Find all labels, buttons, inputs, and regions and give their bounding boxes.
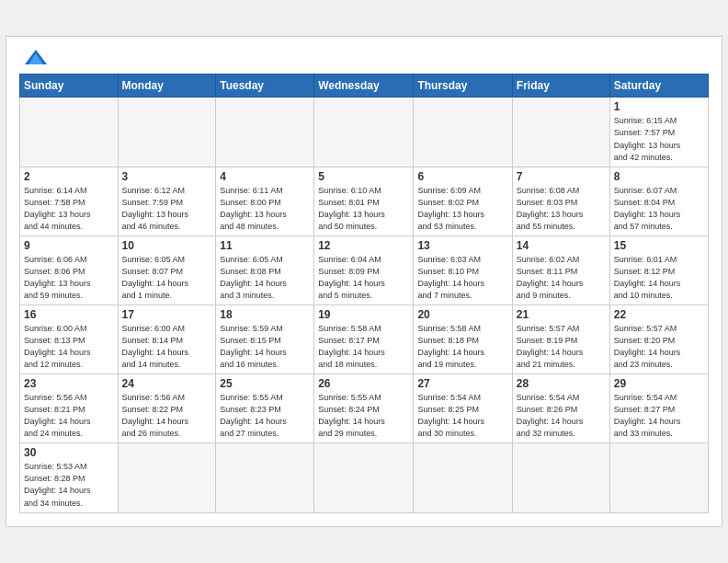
day-number: 18 (220, 308, 310, 321)
day-number: 19 (318, 308, 409, 321)
day-info: Sunrise: 5:54 AM Sunset: 8:26 PM Dayligh… (517, 392, 606, 440)
day-info: Sunrise: 5:59 AM Sunset: 8:15 PM Dayligh… (220, 323, 310, 371)
day-info: Sunrise: 5:54 AM Sunset: 8:25 PM Dayligh… (417, 392, 507, 440)
logo-area (19, 48, 51, 66)
calendar-cell: 27Sunrise: 5:54 AM Sunset: 8:25 PM Dayli… (414, 374, 512, 443)
day-number: 30 (24, 446, 114, 459)
day-info: Sunrise: 6:03 AM Sunset: 8:10 PM Dayligh… (417, 254, 507, 302)
day-info: Sunrise: 6:06 AM Sunset: 8:06 PM Dayligh… (24, 254, 114, 302)
calendar-cell (414, 98, 512, 167)
day-info: Sunrise: 6:09 AM Sunset: 8:02 PM Dayligh… (417, 185, 507, 233)
header-day-wednesday: Wednesday (314, 75, 414, 98)
calendar-cell: 17Sunrise: 6:00 AM Sunset: 8:14 PM Dayli… (118, 305, 216, 374)
week-row-2: 9Sunrise: 6:06 AM Sunset: 8:06 PM Daylig… (20, 236, 709, 304)
day-info: Sunrise: 6:05 AM Sunset: 8:08 PM Dayligh… (220, 254, 310, 302)
day-number: 22 (614, 308, 704, 321)
calendar-cell: 26Sunrise: 5:55 AM Sunset: 8:24 PM Dayli… (314, 374, 414, 443)
calendar-cell: 22Sunrise: 5:57 AM Sunset: 8:20 PM Dayli… (609, 305, 708, 374)
calendar-cell (20, 98, 119, 167)
day-info: Sunrise: 5:57 AM Sunset: 8:20 PM Dayligh… (614, 323, 704, 371)
calendar-cell: 6Sunrise: 6:09 AM Sunset: 8:02 PM Daylig… (414, 167, 512, 236)
logo-text (19, 48, 51, 66)
day-number: 10 (122, 239, 212, 252)
calendar-cell: 8Sunrise: 6:07 AM Sunset: 8:04 PM Daylig… (609, 167, 708, 236)
calendar-cell: 19Sunrise: 5:58 AM Sunset: 8:17 PM Dayli… (314, 305, 414, 374)
day-number: 1 (614, 100, 704, 113)
day-info: Sunrise: 6:10 AM Sunset: 8:01 PM Dayligh… (318, 185, 409, 233)
calendar-cell: 2Sunrise: 6:14 AM Sunset: 7:58 PM Daylig… (20, 167, 119, 236)
calendar-cell: 7Sunrise: 6:08 AM Sunset: 8:03 PM Daylig… (512, 167, 609, 236)
day-number: 8 (614, 170, 704, 183)
calendar-cell: 29Sunrise: 5:54 AM Sunset: 8:27 PM Dayli… (609, 374, 708, 443)
day-number: 14 (517, 239, 606, 252)
day-info: Sunrise: 5:56 AM Sunset: 8:22 PM Dayligh… (122, 392, 212, 440)
calendar-cell: 16Sunrise: 6:00 AM Sunset: 8:13 PM Dayli… (20, 305, 119, 374)
day-info: Sunrise: 6:15 AM Sunset: 7:57 PM Dayligh… (614, 115, 704, 163)
calendar-cell: 1Sunrise: 6:15 AM Sunset: 7:57 PM Daylig… (609, 98, 708, 167)
day-info: Sunrise: 6:07 AM Sunset: 8:04 PM Dayligh… (614, 185, 704, 233)
header-day-sunday: Sunday (20, 75, 119, 98)
day-number: 15 (614, 239, 704, 252)
week-row-4: 23Sunrise: 5:56 AM Sunset: 8:21 PM Dayli… (20, 374, 709, 443)
day-info: Sunrise: 5:55 AM Sunset: 8:24 PM Dayligh… (318, 392, 409, 440)
calendar-cell (216, 98, 314, 167)
calendar-cell: 12Sunrise: 6:04 AM Sunset: 8:09 PM Dayli… (314, 236, 414, 304)
day-number: 28 (517, 377, 606, 390)
header-day-saturday: Saturday (609, 75, 708, 98)
day-number: 3 (122, 170, 212, 183)
calendar-container: SundayMondayTuesdayWednesdayThursdayFrid… (6, 36, 722, 526)
calendar-cell: 30Sunrise: 5:53 AM Sunset: 8:28 PM Dayli… (20, 443, 119, 512)
calendar-cell (118, 443, 216, 512)
day-info: Sunrise: 6:01 AM Sunset: 8:12 PM Dayligh… (614, 254, 704, 302)
header-day-thursday: Thursday (414, 75, 512, 98)
calendar-cell: 28Sunrise: 5:54 AM Sunset: 8:26 PM Dayli… (512, 374, 609, 443)
calendar-cell (512, 98, 609, 167)
calendar-cell: 11Sunrise: 6:05 AM Sunset: 8:08 PM Dayli… (216, 236, 314, 304)
day-info: Sunrise: 6:02 AM Sunset: 8:11 PM Dayligh… (517, 254, 606, 302)
calendar-cell: 21Sunrise: 5:57 AM Sunset: 8:19 PM Dayli… (512, 305, 609, 374)
day-info: Sunrise: 5:58 AM Sunset: 8:18 PM Dayligh… (417, 323, 507, 371)
calendar-cell (414, 443, 512, 512)
day-number: 13 (417, 239, 507, 252)
header-day-tuesday: Tuesday (216, 75, 314, 98)
day-number: 4 (220, 170, 310, 183)
calendar-cell: 23Sunrise: 5:56 AM Sunset: 8:21 PM Dayli… (20, 374, 119, 443)
calendar-cell: 25Sunrise: 5:55 AM Sunset: 8:23 PM Dayli… (216, 374, 314, 443)
calendar-cell: 13Sunrise: 6:03 AM Sunset: 8:10 PM Dayli… (414, 236, 512, 304)
week-row-1: 2Sunrise: 6:14 AM Sunset: 7:58 PM Daylig… (20, 167, 709, 236)
calendar-cell (118, 98, 216, 167)
day-number: 26 (318, 377, 409, 390)
calendar-cell: 15Sunrise: 6:01 AM Sunset: 8:12 PM Dayli… (609, 236, 708, 304)
calendar-cell: 3Sunrise: 6:12 AM Sunset: 7:59 PM Daylig… (118, 167, 216, 236)
day-number: 29 (614, 377, 704, 390)
day-info: Sunrise: 6:14 AM Sunset: 7:58 PM Dayligh… (24, 185, 114, 233)
day-info: Sunrise: 5:55 AM Sunset: 8:23 PM Dayligh… (220, 392, 310, 440)
day-number: 27 (417, 377, 507, 390)
day-info: Sunrise: 5:57 AM Sunset: 8:19 PM Dayligh… (517, 323, 606, 371)
calendar-cell: 4Sunrise: 6:11 AM Sunset: 8:00 PM Daylig… (216, 167, 314, 236)
calendar-cell (609, 443, 708, 512)
week-row-3: 16Sunrise: 6:00 AM Sunset: 8:13 PM Dayli… (20, 305, 709, 374)
day-info: Sunrise: 5:56 AM Sunset: 8:21 PM Dayligh… (24, 392, 114, 440)
logo-icon (23, 48, 49, 66)
header-area (19, 48, 709, 66)
day-number: 25 (220, 377, 310, 390)
day-info: Sunrise: 6:08 AM Sunset: 8:03 PM Dayligh… (517, 185, 606, 233)
day-number: 16 (24, 308, 114, 321)
day-info: Sunrise: 6:12 AM Sunset: 7:59 PM Dayligh… (122, 185, 212, 233)
day-number: 11 (220, 239, 310, 252)
calendar-cell: 18Sunrise: 5:59 AM Sunset: 8:15 PM Dayli… (216, 305, 314, 374)
day-number: 7 (517, 170, 606, 183)
day-number: 20 (417, 308, 507, 321)
day-info: Sunrise: 5:53 AM Sunset: 8:28 PM Dayligh… (24, 461, 114, 509)
calendar-cell: 24Sunrise: 5:56 AM Sunset: 8:22 PM Dayli… (118, 374, 216, 443)
day-number: 23 (24, 377, 114, 390)
day-number: 12 (318, 239, 409, 252)
calendar-body: 1Sunrise: 6:15 AM Sunset: 7:57 PM Daylig… (20, 98, 709, 512)
day-info: Sunrise: 6:04 AM Sunset: 8:09 PM Dayligh… (318, 254, 409, 302)
calendar-cell (314, 98, 414, 167)
day-number: 5 (318, 170, 409, 183)
calendar-cell: 5Sunrise: 6:10 AM Sunset: 8:01 PM Daylig… (314, 167, 414, 236)
header-day-monday: Monday (118, 75, 216, 98)
calendar-cell: 14Sunrise: 6:02 AM Sunset: 8:11 PM Dayli… (512, 236, 609, 304)
